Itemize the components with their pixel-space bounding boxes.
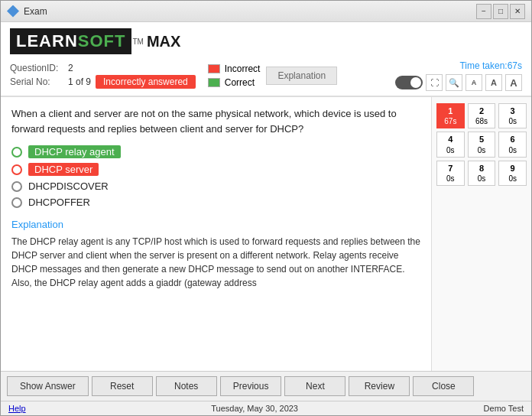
font-small-icon[interactable]: A xyxy=(466,74,482,91)
logo-learn: LEARN xyxy=(16,31,78,51)
notes-button[interactable]: Notes xyxy=(156,376,217,396)
toggle-switch[interactable] xyxy=(395,76,423,89)
option-3-label: DHCPDISCOVER xyxy=(28,180,109,192)
radio-4[interactable] xyxy=(11,197,22,208)
legend-correct: Correct xyxy=(208,77,261,88)
question-id-label: QuestionID: xyxy=(10,63,63,73)
option-1-label: DHCP relay agent xyxy=(28,145,121,158)
main-area: When a client and server are not on the … xyxy=(1,96,531,371)
question-cell-7[interactable]: 70s xyxy=(436,161,465,186)
question-cell-6[interactable]: 60s xyxy=(498,132,527,157)
question-cell-1[interactable]: 167s xyxy=(436,103,465,128)
legend-area: Incorrect Correct xyxy=(208,63,261,88)
logo-box: LEARN SOFT xyxy=(10,28,131,54)
next-button[interactable]: Next xyxy=(284,376,345,396)
logo-max: MAX xyxy=(147,33,180,50)
previous-button[interactable]: Previous xyxy=(220,376,282,396)
option-2-label: DHCP server xyxy=(28,163,99,176)
title-bar: Exam − □ ✕ xyxy=(1,1,531,22)
serial-row: Serial No: 1 of 9 Incorrectly answered xyxy=(10,75,196,89)
explanation-button[interactable]: Explanation xyxy=(266,67,337,85)
header: LEARN SOFT TM MAX QuestionID: 2 Serial N… xyxy=(1,22,531,96)
toggle-knob xyxy=(410,77,421,88)
question-panel: When a client and server are not on the … xyxy=(1,97,432,371)
font-large-icon[interactable]: A xyxy=(505,74,522,91)
radio-1[interactable] xyxy=(11,147,22,158)
question-cell-8[interactable]: 80s xyxy=(468,161,496,186)
side-panel: 167s268s30s40s50s60s70s80s90s xyxy=(432,97,531,371)
explanation-title: Explanation xyxy=(11,219,420,230)
main-window: Exam − □ ✕ LEARN SOFT TM MAX QuestionID:… xyxy=(0,0,532,416)
option-2[interactable]: DHCP server xyxy=(11,163,420,176)
legend-incorrect-label: Incorrect xyxy=(225,63,261,74)
question-grid: 167s268s30s40s50s60s70s80s90s xyxy=(436,103,527,186)
explanation-section: Explanation The DHCP relay agent is any … xyxy=(11,219,420,290)
option-list: DHCP relay agent DHCP server DHCPDISCOVE… xyxy=(11,145,420,208)
show-answer-button[interactable]: Show Answer xyxy=(7,376,89,396)
question-cell-2[interactable]: 268s xyxy=(468,103,496,128)
status-bar: Help Tuesday, May 30, 2023 Demo Test xyxy=(1,401,531,415)
app-icon xyxy=(7,5,19,18)
question-id-value: 2 xyxy=(68,63,73,73)
help-link[interactable]: Help xyxy=(8,404,26,413)
logo-soft: SOFT xyxy=(78,31,126,51)
question-cell-9[interactable]: 90s xyxy=(498,161,527,186)
question-id-row: QuestionID: 2 xyxy=(10,63,196,73)
incorrect-color-swatch xyxy=(208,64,220,73)
bottom-bar: Show Answer Reset Notes Previous Next Re… xyxy=(1,371,531,401)
title-buttons: − □ ✕ xyxy=(476,4,525,19)
serial-label: Serial No: xyxy=(10,76,63,87)
incorrect-badge: Incorrectly answered xyxy=(96,75,196,89)
question-cell-4[interactable]: 40s xyxy=(436,132,465,157)
status-date: Tuesday, May 30, 2023 xyxy=(211,404,298,413)
window-title: Exam xyxy=(24,6,476,17)
question-cell-5[interactable]: 50s xyxy=(468,132,496,157)
fullscreen-icon[interactable]: ⛶ xyxy=(426,74,443,91)
option-4[interactable]: DHCPOFFER xyxy=(11,197,420,208)
radio-3[interactable] xyxy=(11,181,22,192)
status-mode: Demo Test xyxy=(484,404,524,413)
info-left: QuestionID: 2 Serial No: 1 of 9 Incorrec… xyxy=(10,63,196,89)
question-text: When a client and server are not on the … xyxy=(11,106,420,136)
logo-tm: TM xyxy=(132,37,143,46)
legend-correct-label: Correct xyxy=(225,77,255,88)
review-button[interactable]: Review xyxy=(349,376,410,396)
option-1[interactable]: DHCP relay agent xyxy=(11,145,420,158)
close-window-button[interactable]: ✕ xyxy=(510,4,525,19)
time-label: Time taken:67s xyxy=(459,60,522,71)
logo-area: LEARN SOFT TM MAX xyxy=(10,28,522,54)
radio-2[interactable] xyxy=(11,164,22,175)
font-medium-icon[interactable]: A xyxy=(485,74,502,91)
question-cell-3[interactable]: 30s xyxy=(498,103,527,128)
maximize-button[interactable]: □ xyxy=(493,4,508,19)
correct-color-swatch xyxy=(208,78,220,87)
option-4-label: DHCPOFFER xyxy=(28,197,90,208)
reset-button[interactable]: Reset xyxy=(92,376,153,396)
serial-value: 1 of 9 xyxy=(68,76,91,87)
toolbar-right: Time taken:67s ⛶ 🔍 A A A xyxy=(395,60,522,91)
legend-incorrect: Incorrect xyxy=(208,63,261,74)
zoom-in-icon[interactable]: 🔍 xyxy=(446,74,462,91)
option-3[interactable]: DHCPDISCOVER xyxy=(11,180,420,192)
info-row: QuestionID: 2 Serial No: 1 of 9 Incorrec… xyxy=(10,60,522,91)
icon-toolbar: ⛶ 🔍 A A A xyxy=(395,74,522,91)
close-button[interactable]: Close xyxy=(413,376,474,396)
explanation-text: The DHCP relay agent is any TCP/IP host … xyxy=(11,235,420,290)
minimize-button[interactable]: − xyxy=(476,4,491,19)
